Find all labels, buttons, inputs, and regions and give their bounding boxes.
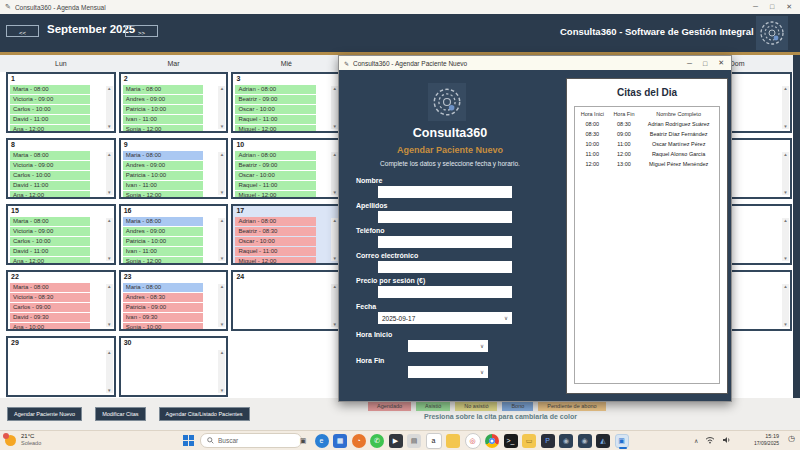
scroll-down-icon[interactable]: ▼ — [218, 256, 225, 261]
appointment-entry[interactable]: Patricia - 10:00 — [123, 237, 203, 246]
appointment-entry[interactable]: Marta - 08:00 — [10, 283, 90, 292]
appointment-entry[interactable]: Marta - 08:00 — [10, 151, 90, 160]
calendar-day-cell[interactable]: 22Marta - 08:00Victoria - 08:30Carlos - … — [6, 270, 116, 331]
close-icon[interactable]: ✕ — [718, 59, 724, 67]
appointment-entry[interactable]: Andres - 08:30 — [123, 293, 203, 302]
cell-scrollbar[interactable]: ▲▼ — [218, 284, 225, 327]
field-input-apellidos[interactable] — [378, 211, 512, 223]
calendar-day-cell[interactable]: 16Maria - 08:00Andres - 09:00Patricia - … — [119, 204, 229, 265]
appointment-entry[interactable]: Victoria - 08:30 — [10, 293, 90, 302]
minimize-icon[interactable]: ─ — [753, 0, 758, 14]
footer-button-agendar-paciente-nuevo[interactable]: Agendar Paciente Nuevo — [7, 407, 82, 421]
scroll-down-icon[interactable]: ▼ — [782, 322, 789, 327]
appointment-entry[interactable]: Victoria - 09:00 — [10, 227, 90, 236]
appointment-entry[interactable]: Andres - 09:00 — [123, 95, 203, 104]
appointment-entry[interactable]: Patricia - 09:00 — [123, 303, 203, 312]
citas-row[interactable]: 08:0008:30Adrian Rodríguez Suárez — [575, 119, 719, 129]
media-player-icon[interactable]: ▶ — [389, 434, 403, 448]
appointment-entry[interactable]: Patricia - 10:00 — [123, 105, 203, 114]
calendar-day-cell[interactable]: 1Marta - 08:00Victoria - 09:00Carlos - 1… — [6, 72, 116, 133]
scroll-up-icon[interactable]: ▲ — [782, 152, 789, 157]
appointment-entry[interactable]: Maria - 08:00 — [123, 217, 203, 226]
field-select-hora-fin[interactable]: ∨ — [408, 366, 488, 378]
consulta360-app-icon-1[interactable]: ◉ — [559, 434, 573, 448]
maximize-icon[interactable]: □ — [770, 0, 774, 14]
notification-clock-icon[interactable]: ◷ — [788, 434, 795, 443]
appointment-entry[interactable]: Beatriz - 09:00 — [235, 95, 315, 104]
scroll-up-icon[interactable]: ▲ — [782, 284, 789, 289]
appointment-entry[interactable]: Oscar - 10:00 — [235, 237, 315, 246]
footer-button-modificar-citas[interactable]: Modificar Citas — [95, 407, 145, 421]
scroll-down-icon[interactable]: ▼ — [782, 124, 789, 129]
task-view-icon[interactable]: ▣ — [296, 434, 310, 448]
footer-button-agendar-cita-listado-pacientes[interactable]: Agendar Cita/Listado Pacientes — [159, 407, 250, 421]
appointment-entry[interactable]: Maria - 08:00 — [123, 283, 203, 292]
appointment-entry[interactable]: Victoria - 09:00 — [10, 95, 90, 104]
appointment-entry[interactable]: Carlos - 10:00 — [10, 237, 90, 246]
appointment-entry[interactable]: Patricia - 10:00 — [123, 171, 203, 180]
appointment-entry[interactable]: Ivan - 11:00 — [123, 115, 203, 124]
field-input-tel-fono[interactable] — [378, 236, 512, 248]
folder-icon[interactable] — [446, 434, 460, 448]
cell-scrollbar[interactable]: ▲▼ — [106, 350, 113, 393]
photos-app-icon[interactable]: ◭ — [596, 434, 610, 448]
calendar-day-cell[interactable]: 2Maria - 08:00Andres - 09:00Patricia - 1… — [119, 72, 229, 133]
terminal-icon[interactable]: >_ — [504, 434, 518, 448]
scroll-down-icon[interactable]: ▼ — [782, 190, 789, 195]
field-select-fecha[interactable]: 2025-09-17∨ — [378, 312, 512, 324]
scroll-down-icon[interactable]: ▼ — [218, 124, 225, 129]
appointment-entry[interactable]: Sonia - 10:00 — [123, 323, 203, 331]
appointment-entry[interactable]: Marta - 08:00 — [10, 85, 90, 94]
citas-row[interactable]: 12:0013:00Miguel Pérez Menéndez — [575, 159, 719, 169]
close-icon[interactable]: ✕ — [786, 0, 792, 14]
field-input-correo-electr-nico[interactable] — [378, 261, 512, 273]
appointment-entry[interactable]: Ana - 10:00 — [10, 323, 90, 331]
scroll-up-icon[interactable]: ▲ — [218, 284, 225, 289]
scroll-down-icon[interactable]: ▼ — [218, 190, 225, 195]
calendar-day-cell[interactable]: 15Marta - 08:00Victoria - 09:00Carlos - … — [6, 204, 116, 265]
field-input-nombre[interactable] — [378, 186, 512, 198]
scroll-up-icon[interactable]: ▲ — [106, 284, 113, 289]
citas-row[interactable]: 10:0011:00Oscar Martínez Pérez — [575, 139, 719, 149]
appointment-entry[interactable]: Carlos - 09:00 — [10, 303, 90, 312]
appointment-entry[interactable]: Oscar - 10:00 — [235, 171, 315, 180]
appointment-entry[interactable]: David - 11:00 — [10, 181, 90, 190]
windows-start-icon[interactable] — [183, 435, 194, 446]
cell-scrollbar[interactable]: ▲▼ — [106, 86, 113, 129]
appointment-entry[interactable]: Ana - 12:00 — [10, 257, 90, 265]
appointment-entry[interactable]: Oscar - 10:00 — [235, 105, 315, 114]
maximize-icon[interactable]: □ — [703, 60, 707, 67]
scroll-up-icon[interactable]: ▲ — [106, 350, 113, 355]
scroll-down-icon[interactable]: ▼ — [106, 388, 113, 393]
donut-app-icon[interactable]: ◎ — [465, 433, 481, 449]
field-select-hora-inicio[interactable]: ∨ — [408, 340, 488, 352]
scroll-down-icon[interactable]: ▼ — [106, 190, 113, 195]
appointment-entry[interactable]: Andres - 09:00 — [123, 161, 203, 170]
appointment-entry[interactable]: Andres - 09:00 — [123, 227, 203, 236]
appointment-entry[interactable]: Beatriz - 08:30 — [235, 227, 315, 236]
scroll-down-icon[interactable]: ▼ — [218, 388, 225, 393]
tray-chevron-icon[interactable]: ∧ — [694, 437, 698, 444]
calendar-day-cell[interactable]: 8Marta - 08:00Victoria - 09:00Carlos - 1… — [6, 138, 116, 199]
appointment-entry[interactable]: David - 11:00 — [10, 247, 90, 256]
calendar-day-cell[interactable]: 24▲▼ — [231, 270, 341, 331]
appointment-entry[interactable]: Beatriz - 09:00 — [235, 161, 315, 170]
appointment-entry[interactable]: David - 09:30 — [10, 313, 90, 322]
appointment-entry[interactable]: Carlos - 10:00 — [10, 105, 90, 114]
calendar-day-cell[interactable]: 3Adrian - 08:00Beatriz - 09:00Oscar - 10… — [231, 72, 341, 133]
scroll-down-icon[interactable]: ▼ — [782, 256, 789, 261]
appointment-entry[interactable]: Ana - 12:00 — [10, 125, 90, 133]
citas-row[interactable]: 11:0012:00Raquel Alonso García — [575, 149, 719, 159]
cell-scrollbar[interactable]: ▲▼ — [782, 284, 789, 327]
appointment-entry[interactable]: Marta - 08:00 — [10, 217, 90, 226]
cell-scrollbar[interactable]: ▲▼ — [782, 86, 789, 129]
citas-row[interactable]: 08:3009:00Beatriz Díaz Fernández — [575, 129, 719, 139]
database-icon[interactable]: ▤ — [407, 434, 421, 448]
scroll-up-icon[interactable]: ▲ — [218, 86, 225, 91]
calendar-day-cell[interactable]: 23Maria - 08:00Andres - 08:30Patricia - … — [119, 270, 229, 331]
amazon-icon[interactable]: a — [426, 433, 442, 449]
scroll-down-icon[interactable]: ▼ — [218, 322, 225, 327]
appointment-entry[interactable]: Carlos - 10:00 — [10, 171, 90, 180]
scroll-up-icon[interactable]: ▲ — [106, 218, 113, 223]
appointment-entry[interactable]: Miguel - 12:00 — [235, 125, 315, 133]
